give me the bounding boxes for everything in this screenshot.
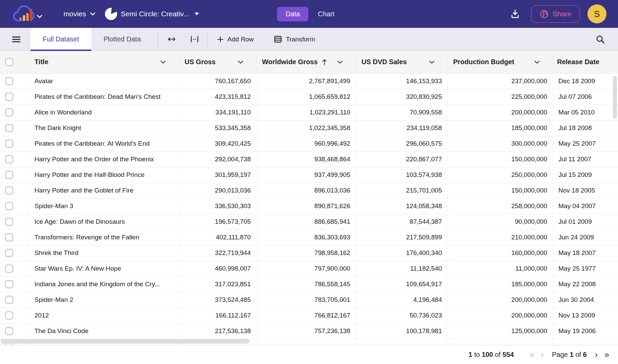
cell-title[interactable]: Pirates of the Caribbean: Dead Man's Che… [29,89,179,105]
cell-us-dvd-sales[interactable]: 124,058,348 [356,198,448,214]
cell-us-dvd-sales[interactable]: 109,654,917 [356,276,448,292]
tab-chart[interactable]: Chart [318,10,334,18]
column-header-us-dvd-sales[interactable]: US DVD Sales [356,51,448,73]
cell-release-date[interactable]: Mar 05 2010 [553,105,618,120]
cell-production-budget[interactable]: 185,000,000 [448,120,553,136]
cell-us-dvd-sales[interactable]: 296,060,575 [356,136,448,151]
row-checkbox[interactable] [5,108,13,116]
cell-release-date[interactable]: May 18 2007 [553,245,618,261]
column-menu-chevron-icon[interactable] [238,60,243,64]
cell-worldwide-gross[interactable]: 896,013,036 [256,183,356,198]
cell-production-budget[interactable]: 160,000,000 [448,245,553,261]
cell-release-date[interactable]: Jul 15 2009 [553,167,618,183]
transform-button[interactable]: Transform [269,33,320,46]
cell-us-gross[interactable]: 336,530,303 [179,198,256,214]
cell-worldwide-gross[interactable]: 1,023,291,110 [256,105,356,120]
cell-us-gross[interactable]: 460,998,007 [179,261,256,276]
cell-worldwide-gross[interactable]: 1,065,659,812 [256,89,356,105]
cell-release-date[interactable] [553,339,618,345]
cell-us-gross[interactable]: 309,420,425 [179,136,256,151]
cell-production-budget[interactable]: 185,000,000 [448,276,553,292]
column-header-production-budget[interactable]: Production Budget [448,51,553,73]
dataset-dropdown[interactable]: movies [63,10,95,18]
cell-worldwide-gross[interactable]: 937,499,905 [256,167,356,183]
cell-us-dvd-sales[interactable]: 234,119,058 [356,120,448,136]
cell-worldwide-gross[interactable]: 757,236,138 [256,323,356,339]
column-menu-chevron-icon[interactable] [337,60,343,64]
user-avatar[interactable]: S [587,4,606,23]
cell-worldwide-gross[interactable]: 1,022,345,358 [256,120,356,136]
column-menu-chevron-icon[interactable] [160,60,166,64]
cell-release-date[interactable]: May 25 2007 [553,136,618,151]
cell-title[interactable]: Avatar [29,73,179,89]
row-checkbox[interactable] [5,186,13,195]
menu-button[interactable] [12,36,20,42]
cell-us-gross[interactable]: 301,959,197 [179,167,256,183]
cell-worldwide-gross[interactable]: 890,871,626 [256,198,356,214]
cell-release-date[interactable]: Jul 01 2009 [553,214,618,230]
tab-full-dataset[interactable]: Full Dataset [31,28,91,51]
column-width-button[interactable] [186,33,203,45]
cell-us-gross[interactable]: 217,536,138 [179,323,256,339]
tab-data[interactable]: Data [277,7,308,21]
column-header-us-gross[interactable]: US Gross [179,51,256,73]
cell-title[interactable]: Shrek the Third [29,245,179,261]
row-checkbox[interactable] [5,171,13,179]
column-header-worldwide-gross[interactable]: Worldwide Gross [256,51,356,73]
fit-columns-button[interactable] [163,34,180,44]
cell-production-budget[interactable]: 11,000,000 [448,261,553,276]
row-checkbox[interactable] [5,311,13,320]
cell-release-date[interactable]: May 25 1977 [553,261,618,276]
cell-title[interactable]: Spider-Man 3 [29,198,179,214]
row-checkbox[interactable] [5,327,13,335]
cell-us-gross[interactable]: 166,112,167 [179,308,256,323]
row-checkbox[interactable] [5,124,13,132]
cell-title[interactable]: Ice Age: Dawn of the Dinosaurs [29,214,179,230]
cell-us-gross[interactable]: 196,573,705 [179,214,256,230]
cell-title[interactable]: Alice in Wonderland [29,105,179,120]
cell-release-date[interactable]: May 22 2008 [553,276,618,292]
horizontal-scrollbar-thumb[interactable] [1,339,250,344]
first-page-button[interactable]: « [529,350,534,359]
cell-us-dvd-sales[interactable]: 50,736,023 [356,308,448,323]
cell-production-budget[interactable]: 300,000,000 [448,136,553,151]
cell-worldwide-gross[interactable]: 798,958,162 [256,245,356,261]
cell-title[interactable]: Star Wars Ep. IV: A New Hope [29,261,179,276]
cell-production-budget[interactable]: 90,000,000 [448,214,553,230]
cell-production-budget[interactable]: 225,000,000 [448,89,553,105]
row-checkbox[interactable] [5,77,13,85]
cell-us-dvd-sales[interactable]: 103,574,938 [356,167,448,183]
cell-us-gross[interactable]: 373,524,485 [179,292,256,308]
cell-us-gross[interactable]: 760,167,650 [179,73,256,89]
cell-us-gross[interactable]: 322,719,944 [179,245,256,261]
cell-production-budget[interactable]: 150,000,000 [448,151,553,167]
column-menu-chevron-icon[interactable] [534,60,540,64]
cell-us-dvd-sales[interactable]: 87,544,387 [356,214,448,230]
cell-title[interactable]: Harry Potter and the Half-Blood Prince [29,167,179,183]
select-all-checkbox[interactable] [5,58,13,66]
cell-worldwide-gross[interactable]: 2,767,891,499 [256,73,356,89]
cell-release-date[interactable]: Nov 13 2009 [553,308,618,323]
cell-production-budget[interactable]: 250,000,000 [448,167,553,183]
app-logo-menu[interactable] [13,4,42,24]
search-button[interactable] [596,35,605,44]
cell-title[interactable]: Spider-Man 2 [29,292,179,308]
column-header-title[interactable]: Title [29,51,179,73]
cell-production-budget[interactable]: 200,000,000 [448,105,553,120]
cell-us-gross[interactable]: 402,111,870 [179,230,256,245]
cell-us-gross[interactable]: 317,023,851 [179,276,256,292]
cell-title[interactable]: The Dark Knight [29,120,179,136]
cell-title[interactable]: Pirates of the Caribbean: At World's End [29,136,179,151]
cell-title[interactable]: The Da Vinci Code [29,323,179,339]
cell-production-budget[interactable]: 258,000,000 [448,198,553,214]
cell-us-dvd-sales[interactable]: 4,196,484 [356,292,448,308]
vertical-scrollbar-thumb[interactable] [613,76,617,119]
cell-release-date[interactable]: Jul 11 2007 [553,151,618,167]
row-checkbox[interactable] [5,202,13,210]
cell-us-dvd-sales[interactable]: 215,701,005 [356,183,448,198]
cell-worldwide-gross[interactable]: 786,558,145 [256,276,356,292]
cell-release-date[interactable]: Jun 24 2009 [553,230,618,245]
next-page-button[interactable]: › [595,350,598,359]
cell-us-gross[interactable]: 423,315,812 [179,89,256,105]
cell-title[interactable]: Harry Potter and the Goblet of Fire [29,183,179,198]
